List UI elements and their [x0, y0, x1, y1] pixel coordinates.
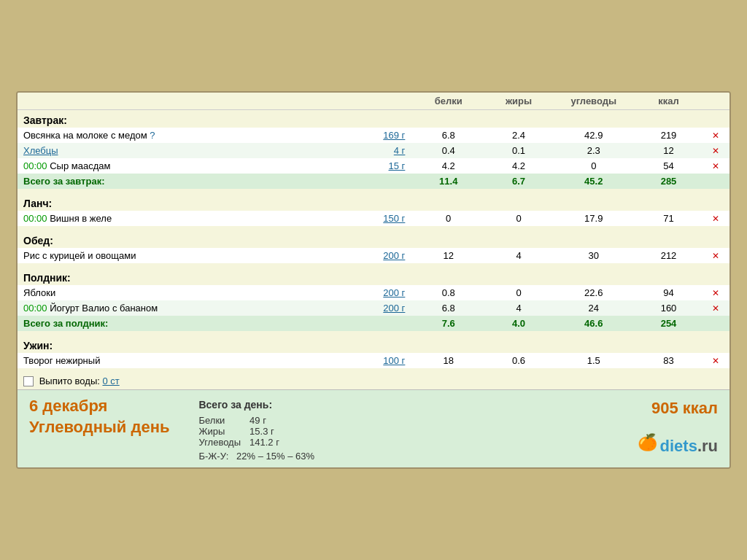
food-zhiry: 0.6	[486, 353, 551, 368]
food-name: 00:00 Йогурт Валио с бананом	[18, 300, 336, 316]
food-kcal: 71	[636, 211, 702, 226]
food-name: Хлебцы	[18, 143, 336, 158]
delete-button[interactable]: ✕	[701, 300, 729, 316]
footer-kcal-total: 905 ккал	[651, 399, 718, 418]
question-icon[interactable]: ?	[150, 130, 155, 141]
delete-button[interactable]: ✕	[701, 248, 729, 263]
food-amount[interactable]: 4 г	[336, 143, 411, 158]
table-row: 00:00 Вишня в желе 150 г 0 0 17.9 71 ✕	[18, 211, 729, 226]
footer-zhiry-value: 15.3 г	[249, 426, 279, 437]
total-amount	[336, 174, 411, 189]
section-zavtrak-header: Завтрак:	[18, 109, 729, 128]
food-name: Овсянка на молоке с медом ?	[18, 128, 336, 143]
delete-button[interactable]: ✕	[701, 143, 729, 158]
food-amount[interactable]: 200 г	[336, 285, 411, 300]
section-title-uzhin: Ужин:	[18, 335, 729, 353]
food-belki: 18	[411, 353, 486, 368]
footer-date-section: 6 декабря Углеводный день	[29, 396, 169, 438]
food-belki: 0	[411, 211, 486, 226]
delete-button[interactable]: ✕	[701, 158, 729, 174]
footer-totals: Всего за день: Белки 49 г Жиры 15.3 г Уг…	[169, 396, 637, 462]
section-title-zavtrak: Завтрак:	[18, 109, 729, 128]
total-belki: 7.6	[411, 316, 486, 331]
table-row: Овсянка на молоке с медом ? 169 г 6.8 2.…	[18, 128, 729, 143]
water-checkbox[interactable]	[23, 376, 34, 386]
section-obed-header: Обед:	[18, 230, 729, 248]
footer-kcal-section: 905 ккал 🍊 diets.ru	[638, 396, 718, 456]
food-kcal: 12	[636, 143, 702, 158]
section-title-obed: Обед:	[18, 230, 729, 248]
total-zhiry: 6.7	[486, 174, 551, 189]
delete-button[interactable]: ✕	[701, 353, 729, 368]
food-kcal: 54	[636, 158, 702, 174]
table-row: Хлебцы 4 г 0.4 0.1 2.3 12 ✕	[18, 143, 729, 158]
food-name: Яблоки	[18, 285, 336, 300]
footer-bju: Б-Ж-У: 22% – 15% – 63%	[198, 451, 637, 462]
food-name: 00:00 Вишня в желе	[18, 211, 336, 226]
food-amount[interactable]: 200 г	[336, 248, 411, 263]
total-kcal: 254	[636, 316, 702, 331]
total-del	[701, 316, 729, 331]
food-uglevody: 22.6	[551, 285, 636, 300]
table-row: Яблоки 200 г 0.8 0 22.6 94 ✕	[18, 285, 729, 300]
table-row: Рис с курицей и овощами 200 г 12 4 30 21…	[18, 248, 729, 263]
food-kcal: 83	[636, 353, 702, 368]
water-section: Выпито воды: 0 ст	[18, 373, 729, 390]
food-zhiry: 0	[486, 211, 551, 226]
water-row: Выпито воды: 0 ст	[18, 373, 729, 390]
food-belki: 0.4	[411, 143, 486, 158]
food-name: Рис с курицей и овощами	[18, 248, 336, 263]
col-header-del	[701, 93, 729, 110]
food-belki: 4.2	[411, 158, 486, 174]
delete-button[interactable]: ✕	[701, 211, 729, 226]
food-uglevody: 17.9	[551, 211, 636, 226]
footer-bju-value: 22% – 15% – 63%	[236, 451, 314, 462]
food-amount[interactable]: 15 г	[336, 158, 411, 174]
total-uglevody: 45.2	[551, 174, 636, 189]
delete-button[interactable]: ✕	[701, 128, 729, 143]
footer-zhiry-row: Жиры 15.3 г	[198, 426, 279, 437]
food-uglevody: 2.3	[551, 143, 636, 158]
section-total-poldnik: Всего за полдник: 7.6 4.0 46.6 254	[18, 316, 729, 331]
footer-belki-label: Белки	[198, 415, 249, 426]
food-belki: 6.8	[411, 128, 486, 143]
total-uglevody: 46.6	[551, 316, 636, 331]
section-uzhin-header: Ужин:	[18, 335, 729, 353]
total-amount	[336, 316, 411, 331]
food-uglevody: 42.9	[551, 128, 636, 143]
food-belki: 6.8	[411, 300, 486, 316]
food-kcal: 94	[636, 285, 702, 300]
food-belki: 12	[411, 248, 486, 263]
food-uglevody: 1.5	[551, 353, 636, 368]
col-header-belki: белки	[411, 93, 486, 110]
food-kcal: 160	[636, 300, 702, 316]
food-kcal: 212	[636, 248, 702, 263]
food-amount[interactable]: 200 г	[336, 300, 411, 316]
water-value[interactable]: 0 ст	[102, 376, 119, 386]
food-belki: 0.8	[411, 285, 486, 300]
fruit-icon: 🍊	[638, 433, 657, 452]
water-label: Выпито воды:	[39, 376, 103, 386]
col-header-kcal: ккал	[636, 93, 702, 110]
footer-zhiry-label: Жиры	[198, 426, 249, 437]
footer-total-label: Всего за день:	[198, 399, 637, 411]
table-row: Творог нежирный 100 г 18 0.6 1.5 83 ✕	[18, 353, 729, 368]
section-title-lanch: Ланч:	[18, 193, 729, 211]
footer-uglevody-value: 141.2 г	[249, 437, 279, 448]
footer-date-line2: Углеводный день	[29, 417, 169, 438]
food-amount[interactable]: 169 г	[336, 128, 411, 143]
footer-uglevody-row: Углеводы 141.2 г	[198, 437, 279, 448]
food-uglevody: 0	[551, 158, 636, 174]
food-name: 00:00 Сыр маасдам	[18, 158, 336, 174]
column-headers: белки жиры углеводы ккал	[18, 93, 729, 110]
table-row: 00:00 Сыр маасдам 15 г 4.2 4.2 0 54 ✕	[18, 158, 729, 174]
col-header-uglevody: углеводы	[551, 93, 636, 110]
food-zhiry: 4	[486, 248, 551, 263]
food-amount[interactable]: 100 г	[336, 353, 411, 368]
col-header-amount	[336, 93, 411, 110]
footer-uglevody-label: Углеводы	[198, 437, 249, 448]
delete-button[interactable]: ✕	[701, 285, 729, 300]
food-name: Творог нежирный	[18, 353, 336, 368]
food-zhiry: 0	[486, 285, 551, 300]
food-amount[interactable]: 150 г	[336, 211, 411, 226]
